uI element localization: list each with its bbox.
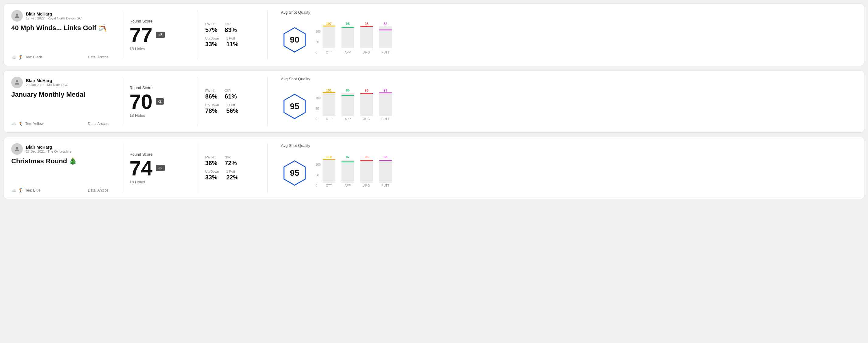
chart-baseline [379,116,392,116]
chart-bar [360,27,373,48]
section-divider-3 [267,10,268,60]
avg-shot-quality-label: Avg Shot Quality [281,76,392,81]
card-left: Blair McHarg 12 Feb 2022 · Royal North D… [11,10,115,60]
fw-hit-label: FW Hit [205,155,217,159]
chart-bar [360,93,373,115]
chart-column: 107 OTT [322,22,335,54]
chart-value-label: 101 [326,89,332,92]
tee-info: ☁️ 🏌️ Tee: Black [11,55,42,60]
chart-bar-line [341,95,354,96]
chart-value-label: 82 [384,22,388,26]
user-header: Blair McHarg 29 Jan 2022 · Mill Ride GCC [11,76,108,88]
chart-bar [341,160,354,182]
score-main: 77 +5 [129,25,190,45]
updown-value: 33% [205,41,219,48]
oneputt-label: 1 Putt [226,36,238,40]
updown-stat: Up/Down 78% [205,103,219,114]
stats-row-top: FW Hit 86% GIR 61% [205,89,260,100]
round-title: 40 Mph Winds... Links Golf 🪃 [11,24,108,32]
oneputt-value: 22% [226,174,238,181]
gir-label: GIR [225,155,237,159]
quality-wrapper: Avg Shot Quality 95 100 50 0 [281,143,392,193]
card-footer: ☁️ 🏌️ Tee: Black Data: Arccos [11,55,108,60]
score-diff-badge: +5 [156,32,165,38]
avg-shot-quality-label: Avg Shot Quality [281,10,392,14]
score-diff-badge: -2 [156,98,164,104]
chart-column: 110 OTT [322,155,335,187]
chart-bar-line [341,161,354,162]
chart-bar [379,160,392,182]
score-number: 70 [129,91,153,112]
fw-hit-stat: FW Hit 57% [205,22,217,33]
stats-section: FW Hit 86% GIR 61% Up/Down 78% 1 Putt [205,76,260,126]
updown-label: Up/Down [205,36,219,40]
card-footer: ☁️ 🏌️ Tee: Blue Data: Arccos [11,188,108,193]
fw-hit-label: FW Hit [205,22,217,26]
gir-stat: GIR 72% [225,155,237,167]
oneputt-label: 1 Putt [226,103,238,107]
quality-section: Avg Shot Quality 95 100 50 0 [275,76,857,126]
chart-value-label: 98 [365,22,369,26]
section-divider-2 [197,143,198,193]
data-source-label: Data: Arccos [88,55,108,59]
section-divider-2 [197,10,198,60]
round-title: Christmas Round 🎄 [11,157,108,165]
hexagon: 90 [281,26,308,54]
gir-stat: GIR 61% [225,89,237,100]
chart-area: 100 50 0 101 OTT 86 APP [316,92,392,121]
round-card: Blair McHarg 27 Dec 2021 · The Oxfordshi… [4,137,864,199]
chart-column: 95 APP [341,22,354,54]
chart-bar [341,27,354,48]
user-info: Blair McHarg 27 Dec 2021 · The Oxfordshi… [26,145,71,153]
svg-point-4 [16,147,18,149]
section-divider [122,10,122,60]
holes-label: 18 Holes [129,113,190,118]
chart-bar [379,27,392,48]
score-section: Round Score 74 +2 18 Holes [129,143,190,193]
chart-value-label: 110 [326,155,332,159]
round-score-label: Round Score [129,86,190,90]
chart-bar [360,160,373,182]
chart-value-label: 87 [346,155,350,159]
quality-score: 95 [290,168,299,178]
chart-bar [322,93,335,115]
chart-column: 87 APP [341,155,354,187]
card-footer: ☁️ 🏌️ Tee: Yellow Data: Arccos [11,121,108,126]
avg-shot-quality-label: Avg Shot Quality [281,143,392,148]
avatar [11,76,23,88]
user-meta: 12 Feb 2022 · Royal North Devon GC [26,17,82,20]
hexagon-container: 90 [281,26,308,54]
chart-column: 99 PUTT [379,89,392,121]
section-divider-3 [267,143,268,193]
chart-value-label: 99 [384,89,388,92]
svg-point-2 [16,80,18,83]
hexagon-container: 95 [281,159,308,187]
chart-bar-line [379,160,392,161]
oneputt-label: 1 Putt [226,170,238,173]
chart-bar-line [322,26,335,27]
chart-value-label: 96 [365,89,369,92]
stats-row-bottom: Up/Down 33% 1 Putt 11% [205,36,260,48]
chart-bar-line [341,27,354,28]
updown-label: Up/Down [205,170,219,173]
chart-x-label: ARG [363,51,370,54]
bag-icon: 🏌️ [18,121,23,126]
round-card: Blair McHarg 12 Feb 2022 · Royal North D… [4,4,864,66]
user-info: Blair McHarg 29 Jan 2022 · Mill Ride GCC [26,78,68,87]
updown-value: 33% [205,174,219,181]
chart-x-label: APP [345,184,351,187]
bars-group: 110 OTT 87 APP 95 [322,159,392,187]
stats-row-bottom: Up/Down 78% 1 Putt 56% [205,103,260,114]
oneputt-value: 56% [226,107,238,114]
fw-hit-label: FW Hit [205,89,217,92]
user-name: Blair McHarg [26,145,71,150]
fw-hit-stat: FW Hit 36% [205,155,217,167]
score-main: 74 +2 [129,158,190,179]
stats-row-top: FW Hit 36% GIR 72% [205,155,260,167]
fw-hit-value: 36% [205,160,217,167]
chart-value-label: 93 [384,155,388,159]
chart-x-label: APP [345,117,351,121]
holes-label: 18 Holes [129,46,190,51]
score-main: 70 -2 [129,91,190,112]
chart-bar-line [322,159,335,160]
